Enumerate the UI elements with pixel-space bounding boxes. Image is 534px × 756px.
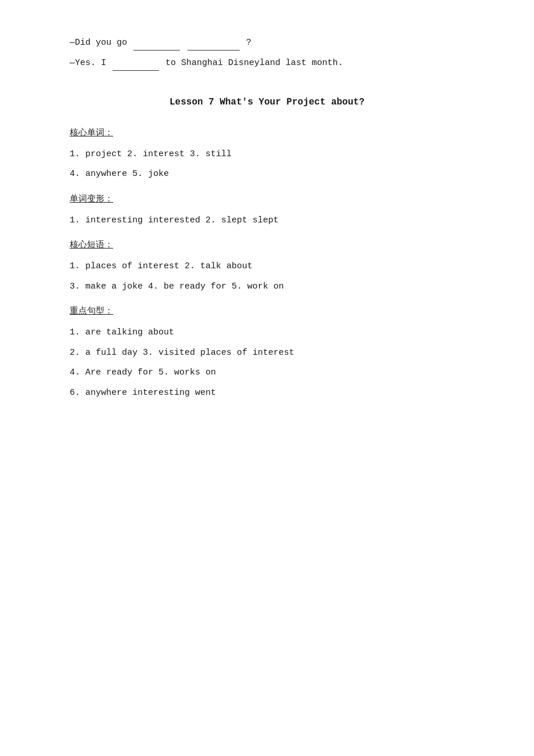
section-heading-word-forms: 单词变形： bbox=[70, 191, 464, 207]
section-word-forms: 单词变形： 1. interesting interested 2. slept… bbox=[70, 191, 464, 229]
intro-line-2: —Yes. I to Shanghai Disneyland last mont… bbox=[70, 55, 464, 71]
core-words-line-2: 4. anywhere 5. joke bbox=[70, 166, 464, 183]
core-words-line-1: 1. project 2. interest 3. still bbox=[70, 146, 464, 163]
intro-line2-prefix: —Yes. I bbox=[70, 58, 106, 68]
blank-1 bbox=[134, 41, 180, 51]
intro-line-1: —Did you go ? bbox=[70, 35, 464, 51]
key-sentences-line-2: 2. a full day 3. visited places of inter… bbox=[70, 345, 464, 362]
section-core-words: 核心单词： 1. project 2. interest 3. still 4.… bbox=[70, 125, 464, 183]
intro-line2-suffix: to Shanghai Disneyland last month. bbox=[165, 58, 343, 68]
blank-3 bbox=[113, 62, 159, 71]
section-key-sentences: 重点句型： 1. are talking about 2. a full day… bbox=[70, 303, 464, 401]
key-sentences-line-3: 4. Are ready for 5. works on bbox=[70, 365, 464, 381]
section-heading-core-phrases: 核心短语： bbox=[70, 237, 464, 253]
key-sentences-line-1: 1. are talking about bbox=[70, 325, 464, 341]
section-core-phrases: 核心短语： 1. places of interest 2. talk abou… bbox=[70, 237, 464, 295]
word-forms-line-1: 1. interesting interested 2. slept slept bbox=[70, 213, 464, 229]
section-heading-key-sentences: 重点句型： bbox=[70, 303, 464, 319]
core-phrases-line-1: 1. places of interest 2. talk about bbox=[70, 258, 464, 275]
blank-2 bbox=[187, 41, 240, 51]
core-phrases-line-2: 3. make a joke 4. be ready for 5. work o… bbox=[70, 279, 464, 296]
intro-section: —Did you go ? —Yes. I to Shanghai Disney… bbox=[70, 35, 464, 71]
key-sentences-line-4: 6. anywhere interesting went bbox=[70, 385, 464, 402]
lesson-section: Lesson 7 What's Your Project about? 核心单词… bbox=[70, 94, 464, 401]
intro-line1-suffix: ? bbox=[246, 38, 251, 48]
section-heading-core-words: 核心单词： bbox=[70, 125, 464, 141]
intro-line1-prefix: —Did you go bbox=[70, 38, 127, 48]
lesson-title: Lesson 7 What's Your Project about? bbox=[70, 94, 464, 111]
